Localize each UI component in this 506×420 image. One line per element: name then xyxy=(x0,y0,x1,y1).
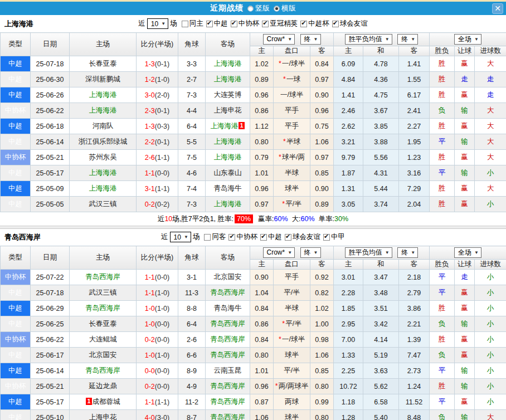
close-icon[interactable]: ✕ xyxy=(492,3,503,14)
team-name: 上海海港 xyxy=(214,138,242,145)
cell-away: 青岛西海岸 xyxy=(206,285,250,301)
cell-crow-home: 1.02 xyxy=(250,56,274,72)
wdl-avg-select-1[interactable]: 胜平负均值▼ xyxy=(345,247,392,258)
radio-horizontal-label[interactable]: 横版 xyxy=(281,3,296,13)
league-label-1-3[interactable]: 中甲 xyxy=(331,232,345,242)
league-checkbox-0-4[interactable] xyxy=(332,21,339,27)
league-checkbox-0-2[interactable] xyxy=(262,21,269,27)
cell-avg-draw: 5.40 xyxy=(363,410,399,420)
cell-avg-away: 1.41 xyxy=(399,56,430,72)
col-avg-draw: 和 xyxy=(363,260,399,270)
cell-avg-away: 2.41 xyxy=(399,103,430,119)
cell-score: 4-0(3-0) xyxy=(137,410,178,420)
summary-near: 近 xyxy=(158,215,165,223)
cell-date: 25-07-22 xyxy=(31,270,70,285)
same-venue-checkbox-1[interactable] xyxy=(204,234,211,241)
match-row: 中协杯 25-05-21 苏州东吴 2-6(1-1) 7-5 上海海港 0.79… xyxy=(1,150,506,165)
wdl-group-header-1: 胜平负均值▼ 终▼ xyxy=(334,246,430,260)
fulltime-select-0[interactable]: 全场▼ xyxy=(454,34,481,45)
same-venue-checkbox-0[interactable] xyxy=(182,21,188,27)
cell-result-handicap: 赢 xyxy=(455,348,475,363)
match-row: 中超 25-05-09 上海海港 3-1(1-1) 7-4 青岛海牛 0.96 … xyxy=(1,181,506,197)
cell-corner: 5-5 xyxy=(178,134,206,150)
same-venue-label-0[interactable]: 同主 xyxy=(189,19,203,28)
league-checkbox-0-1[interactable] xyxy=(231,21,237,27)
league-checkbox-1-0[interactable] xyxy=(228,234,235,241)
cell-crow-home: 0.80 xyxy=(250,134,274,150)
cell-home: 1成都蓉城 xyxy=(70,394,137,410)
cell-crow-home: 0.96 xyxy=(250,181,274,197)
summary-single-label: 单率: xyxy=(319,215,334,223)
odds-stage-select-1b[interactable]: 终▼ xyxy=(397,247,418,258)
cell-home: 青岛西海岸 xyxy=(70,363,137,379)
score-main: 1-1 xyxy=(145,289,155,297)
odds-stage-select-0b[interactable]: 终▼ xyxy=(397,34,418,45)
odds-stage-select-0a[interactable]: 终▼ xyxy=(300,34,321,45)
cell-result-handicap: 输 xyxy=(455,103,475,119)
cell-score: 1-1(1-1) xyxy=(137,394,178,410)
score-half: (3-0) xyxy=(155,414,169,420)
cell-avg-away: 3.16 xyxy=(399,165,430,181)
cell-crow-away: 0.82 xyxy=(310,285,334,301)
cell-avg-away: 2.21 xyxy=(399,316,430,332)
cell-crow-home: 0.89 xyxy=(250,72,274,87)
cell-home: 青岛西海岸 xyxy=(70,301,137,316)
league-label-0-1[interactable]: 中协杯 xyxy=(239,19,260,28)
team-name: 青岛西海岸 xyxy=(210,413,245,420)
league-checkbox-1-1[interactable] xyxy=(260,234,267,241)
league-checkbox-0-3[interactable] xyxy=(300,21,307,27)
wdl-avg-select-0[interactable]: 胜平负均值▼ xyxy=(345,34,392,45)
match-row: 中超 25-06-14 浙江俱乐部绿城 2-2(0-1) 5-5 上海海港 0.… xyxy=(1,134,506,150)
unit-label: 场 xyxy=(170,19,177,28)
chevron-down-icon: ▼ xyxy=(288,250,292,255)
league-checkbox-1-3[interactable] xyxy=(323,234,330,241)
cell-avg-draw: 4.36 xyxy=(363,72,399,87)
cell-avg-draw: 3.51 xyxy=(363,301,399,316)
league-label-0-2[interactable]: 亚冠精英 xyxy=(270,19,298,28)
radio-horizontal-layout[interactable] xyxy=(274,6,280,12)
cell-result-wdl: 负 xyxy=(430,103,455,119)
score-main: 2-2 xyxy=(145,138,155,146)
fulltime-value: 全场 xyxy=(458,248,471,257)
league-label-0-0[interactable]: 中超 xyxy=(214,19,228,28)
score-half: (1-1) xyxy=(155,398,169,406)
cell-crow-away: 0.80 xyxy=(310,410,334,420)
match-count-select-1[interactable]: 10▼ xyxy=(170,232,191,242)
league-checkbox-1-2[interactable] xyxy=(285,234,291,241)
radio-vertical-layout[interactable] xyxy=(247,6,254,12)
col-type: 类型 xyxy=(1,33,31,56)
league-label-1-1[interactable]: 中超 xyxy=(268,232,282,242)
cell-handicap: 平手 xyxy=(274,103,310,119)
cell-type: 中协杯 xyxy=(1,332,31,348)
chevron-down-icon: ▼ xyxy=(184,235,188,240)
cell-crow-home: 1.01 xyxy=(250,165,274,181)
fulltime-value: 全场 xyxy=(458,35,471,44)
score-half: (0-1) xyxy=(155,107,169,115)
team-name: 青岛西海岸 xyxy=(210,351,245,359)
cell-avg-draw: 3.85 xyxy=(363,119,399,134)
cell-handicap: 半球 xyxy=(274,301,310,316)
same-venue-label-1[interactable]: 同客 xyxy=(212,232,226,242)
league-label-0-4[interactable]: 球会友谊 xyxy=(340,19,368,28)
match-count-select-0[interactable]: 10▼ xyxy=(147,18,168,29)
odds-stage-select-1a[interactable]: 终▼ xyxy=(300,247,321,258)
league-label-1-0[interactable]: 中协杯 xyxy=(236,232,257,242)
cell-crow-home: 0.86 xyxy=(250,316,274,332)
league-label-0-3[interactable]: 中超杯 xyxy=(308,19,329,28)
col-wdl-result: 胜负 xyxy=(430,46,455,56)
cell-result-goals: 走 xyxy=(475,87,506,103)
cell-crow-away: 0.98 xyxy=(310,332,334,348)
bookmaker-select-1[interactable]: Crow*▼ xyxy=(263,247,295,258)
match-row: 中超 25-05-05 武汉三镇 0-2(0-2) 7-3 上海海港 0.97 … xyxy=(1,197,506,212)
radio-vertical-label[interactable]: 竖版 xyxy=(255,3,270,13)
bookmaker-select-0[interactable]: Crow*▼ xyxy=(263,34,295,45)
cell-result-handicap: 赢 xyxy=(455,119,475,134)
league-checkbox-0-0[interactable] xyxy=(206,21,213,27)
cell-corner: 4-4 xyxy=(178,103,206,119)
league-label-1-2[interactable]: 球会友谊 xyxy=(293,232,320,242)
score-half: (0-0) xyxy=(155,320,169,328)
fulltime-select-1[interactable]: 全场▼ xyxy=(454,247,481,258)
col-home: 主场 xyxy=(70,246,137,270)
cell-handicap: *平/半 xyxy=(274,316,310,332)
chevron-down-icon: ▼ xyxy=(314,250,318,255)
